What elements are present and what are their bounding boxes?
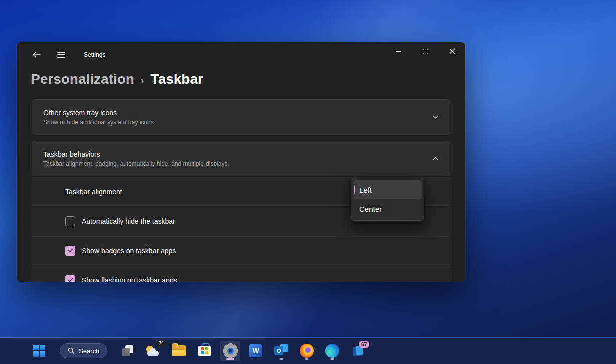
hamburger-icon — [57, 52, 65, 58]
show-flashing-label: Show flashing on taskbar apps — [82, 276, 177, 282]
option-label: Left — [359, 186, 372, 194]
titlebar: Settings — [17, 42, 465, 67]
checkmark-icon — [67, 277, 74, 282]
auto-hide-label: Automatically hide the taskbar — [82, 217, 175, 225]
word-icon: W — [249, 344, 262, 357]
caption-controls — [385, 42, 465, 60]
edge-icon — [325, 344, 339, 358]
running-app-indicator — [305, 358, 309, 360]
selection-indicator — [354, 186, 355, 194]
running-app-indicator — [331, 358, 334, 360]
card-subtitle: Taskbar alignment, badging, automaticall… — [43, 160, 228, 167]
dropdown-option-left[interactable]: Left — [353, 180, 422, 199]
card-subtitle: Show or hide additional system tray icon… — [43, 119, 154, 126]
edge-button[interactable] — [322, 341, 342, 361]
mail-button[interactable]: 67 — [348, 341, 368, 361]
hamburger-menu-button[interactable] — [55, 48, 68, 61]
minimize-icon — [396, 51, 401, 51]
search-label: Search — [79, 347, 99, 355]
taskbar-alignment-label: Taskbar alignment — [65, 188, 122, 196]
breadcrumb: Personalization › Taskbar — [31, 71, 465, 87]
taskbar: Search 7° W — [0, 337, 616, 364]
close-button[interactable] — [439, 42, 465, 60]
weather-sun-cloud-icon: 7° — [145, 343, 162, 359]
show-badges-label: Show badges on taskbar apps — [82, 247, 176, 255]
auto-hide-checkbox[interactable] — [65, 216, 75, 226]
close-icon — [449, 48, 455, 54]
temperature-badge: 7° — [156, 340, 167, 347]
option-label: Center — [359, 205, 382, 213]
maximize-button[interactable] — [412, 42, 439, 60]
taskbar-search-button[interactable]: Search — [60, 343, 107, 358]
card-taskbar-behaviors[interactable]: Taskbar behaviors Taskbar alignment, bad… — [32, 141, 450, 176]
mail-icon: 67 — [351, 344, 365, 358]
maximize-icon — [423, 49, 428, 54]
dropdown-option-center[interactable]: Center — [353, 199, 422, 218]
widgets-weather-button[interactable]: 7° — [143, 341, 163, 361]
card-title: Other system tray icons — [43, 109, 154, 117]
unread-count-badge: 67 — [359, 341, 369, 348]
page-title: Taskbar — [151, 71, 203, 87]
breadcrumb-personalization[interactable]: Personalization — [31, 71, 134, 87]
checkmark-icon — [67, 247, 74, 254]
outlook-icon: O — [274, 344, 289, 358]
task-view-button[interactable] — [118, 341, 138, 361]
settings-window: Settings Personalization › Taskbar Other… — [17, 42, 465, 282]
search-icon — [68, 347, 75, 354]
word-button[interactable]: W — [246, 341, 266, 361]
start-button[interactable] — [29, 341, 49, 361]
gear-icon — [223, 343, 238, 358]
back-arrow-icon — [32, 51, 41, 58]
row-show-flashing: Show flashing on taskbar apps — [32, 266, 450, 282]
show-flashing-checkbox[interactable] — [65, 275, 75, 282]
file-explorer-button[interactable] — [169, 341, 189, 361]
chevron-down-icon — [432, 114, 439, 120]
breadcrumb-separator: › — [141, 75, 144, 86]
running-app-indicator — [280, 358, 283, 360]
task-view-icon — [121, 344, 135, 358]
taskbar-alignment-dropdown: Left Center — [351, 178, 424, 221]
row-show-badges: Show badges on taskbar apps — [32, 236, 450, 265]
settings-app-button[interactable] — [220, 341, 240, 361]
store-bag-icon — [198, 346, 211, 356]
firefox-icon — [300, 344, 314, 358]
microsoft-store-button[interactable] — [194, 341, 215, 361]
windows-logo-icon — [33, 345, 45, 357]
back-button[interactable] — [30, 48, 43, 61]
card-other-system-tray-icons[interactable]: Other system tray icons Show or hide add… — [32, 99, 450, 135]
window-title: Settings — [84, 51, 105, 58]
show-badges-checkbox[interactable] — [65, 246, 75, 256]
card-title: Taskbar behaviors — [43, 150, 228, 158]
active-app-indicator — [226, 358, 234, 360]
minimize-button[interactable] — [385, 42, 412, 60]
outlook-button[interactable]: O — [271, 341, 291, 361]
firefox-button[interactable] — [297, 341, 317, 361]
chevron-up-icon — [432, 155, 439, 162]
folder-icon — [172, 345, 186, 356]
